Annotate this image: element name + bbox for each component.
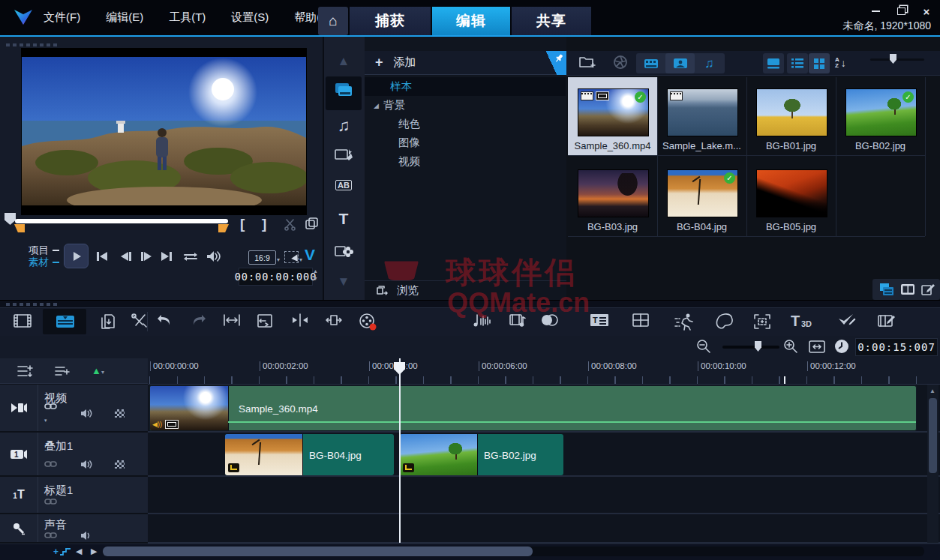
filter-video-button[interactable] [636, 53, 665, 73]
track-transparency-icon[interactable] [115, 460, 125, 469]
library-item-bgb02[interactable]: ✓ BG-B02.jpg [836, 77, 925, 155]
timecode-spinner[interactable]: ▲▼ [313, 268, 318, 283]
preview-timecode[interactable]: 00:00:00:000 [239, 268, 313, 286]
clip-volume-line[interactable] [228, 421, 916, 423]
redo-button[interactable] [190, 313, 208, 328]
track-transparency-icon[interactable] [115, 409, 125, 418]
tab-capture[interactable]: 捕获 [350, 7, 431, 35]
prev-frame-button[interactable] [118, 250, 133, 262]
nav-overlay-icon[interactable] [323, 243, 365, 259]
timeline-clip-bgb02[interactable]: BG-B02.jpg [400, 434, 563, 475]
timeline-vscrollbar[interactable]: ▲ [927, 385, 938, 543]
link-icon[interactable]: ▾ [44, 401, 58, 425]
mute-icon[interactable] [80, 460, 92, 469]
tree-item-image[interactable]: 图像 [365, 133, 566, 152]
filter-photo-button[interactable] [665, 53, 695, 73]
tools-button[interactable] [131, 313, 149, 331]
resize-mode-icon[interactable] [284, 251, 299, 263]
nav-media-icon[interactable] [323, 81, 365, 99]
library-add-header[interactable]: + 添加 [365, 51, 566, 75]
link-icon[interactable] [44, 459, 58, 469]
view-grid-button[interactable] [809, 53, 830, 73]
mute-icon[interactable] [80, 409, 92, 418]
panel-drag-handle[interactable] [6, 43, 57, 46]
pin-panel-button[interactable] [538, 51, 566, 75]
add-track-icon[interactable] [54, 364, 71, 378]
voice-track-lane[interactable] [148, 514, 940, 544]
title-track-lane[interactable] [148, 477, 940, 514]
volume-button[interactable] [206, 250, 222, 262]
multicam-editor-button[interactable] [877, 313, 896, 329]
nav-title-icon[interactable]: T [323, 210, 365, 228]
close-button[interactable]: × [920, 6, 932, 16]
import-folder-icon[interactable] [578, 55, 596, 70]
ripple-toggle-icon[interactable]: ▲▾ [92, 365, 104, 376]
timeline-zoom-slider[interactable] [722, 346, 779, 349]
tab-share[interactable]: 共享 [512, 7, 591, 35]
library-item-bgb05[interactable]: BG-B05.jpg [746, 158, 836, 236]
timeline-clip-bgb04[interactable]: BG-B04.jpg [225, 434, 394, 475]
menu-edit[interactable]: 编辑(E) [106, 10, 143, 25]
storyboard-view-button[interactable] [13, 313, 32, 329]
subtitle-editor-button[interactable]: T [590, 313, 609, 328]
fit-timeline-button[interactable] [809, 340, 825, 353]
fit-project-button[interactable] [222, 313, 242, 328]
tree-item-solid-color[interactable]: 纯色 [365, 115, 566, 133]
auto-music-button[interactable] [509, 313, 527, 329]
home-button[interactable]: ⌂ [318, 7, 348, 35]
mark-in-button[interactable]: [ [240, 216, 245, 232]
go-start-button[interactable] [95, 250, 110, 262]
sound-mixer-button[interactable] [472, 313, 491, 329]
split-clip-button[interactable] [290, 313, 310, 328]
enlarge-preview-icon[interactable] [305, 217, 318, 231]
library-item-bgb01[interactable]: BG-B01.jpg [746, 77, 836, 155]
next-frame-button[interactable] [139, 250, 154, 262]
project-mode[interactable]: 项目 [29, 244, 59, 256]
timeline-playhead-line[interactable] [399, 358, 401, 543]
play-button[interactable] [64, 244, 89, 268]
zoom-in-button[interactable] [783, 339, 798, 354]
preview-scrubber[interactable] [15, 219, 228, 223]
mask-creator-button[interactable] [715, 313, 734, 329]
project-duration-timecode[interactable]: 0:00:15:007 [855, 338, 938, 356]
restore-button[interactable] [895, 6, 907, 16]
undo-button[interactable] [155, 313, 173, 328]
blend-clips-button[interactable] [539, 313, 560, 328]
nav-ab-transition-icon[interactable]: AB [323, 180, 365, 190]
video-track-header[interactable]: 视频 ▾ [0, 385, 148, 433]
divider-drag-handle[interactable] [6, 303, 57, 306]
title-track-header[interactable]: 1T 标题1 [0, 477, 148, 514]
thumbnail-size-slider[interactable] [870, 54, 930, 64]
duration-clock-icon[interactable] [834, 339, 849, 354]
tree-item-sample[interactable]: 样本 [365, 77, 566, 96]
edit-options-icon[interactable] [921, 283, 935, 295]
tab-edit[interactable]: 编辑 [432, 7, 510, 35]
go-end-button[interactable] [159, 250, 174, 262]
scroll-left-button[interactable]: ◀ [76, 547, 82, 556]
tree-group-background[interactable]: ◢ 背景 [365, 96, 566, 115]
library-item-samplelake[interactable]: Sample_Lake.m... [657, 77, 746, 155]
nav-scroll-down-icon[interactable]: ▼ [323, 274, 365, 289]
preview-video[interactable] [21, 48, 307, 215]
check-project-button[interactable] [837, 313, 857, 329]
filter-audio-button[interactable]: ♫ [695, 53, 724, 73]
library-panel-icon[interactable] [878, 283, 895, 296]
split-clip-icon[interactable] [284, 217, 297, 231]
clip-mode[interactable]: 素材 [29, 256, 59, 268]
view-thumb-button[interactable] [763, 53, 784, 73]
tree-item-video[interactable]: 视频 [365, 152, 566, 171]
nav-transition-icon[interactable] [323, 147, 365, 163]
3d-title-button[interactable]: T 3D [790, 313, 815, 329]
menu-file[interactable]: 文件(F) [44, 10, 80, 25]
zoom-out-button[interactable] [696, 339, 711, 354]
pan-zoom-button[interactable] [752, 313, 772, 331]
add-track-button[interactable]: + [50, 545, 75, 558]
motion-tracking-button[interactable] [674, 313, 695, 331]
nav-audio-icon[interactable]: ♫ [323, 116, 365, 136]
duplicate-clip-button[interactable] [99, 313, 117, 331]
ripple-edit-button[interactable] [256, 313, 274, 329]
aspect-ratio-select[interactable]: 16:9 [248, 250, 276, 265]
insert-clip-button[interactable] [324, 313, 344, 328]
vscroll-thumb[interactable] [929, 398, 937, 473]
link-icon[interactable] [44, 530, 58, 541]
